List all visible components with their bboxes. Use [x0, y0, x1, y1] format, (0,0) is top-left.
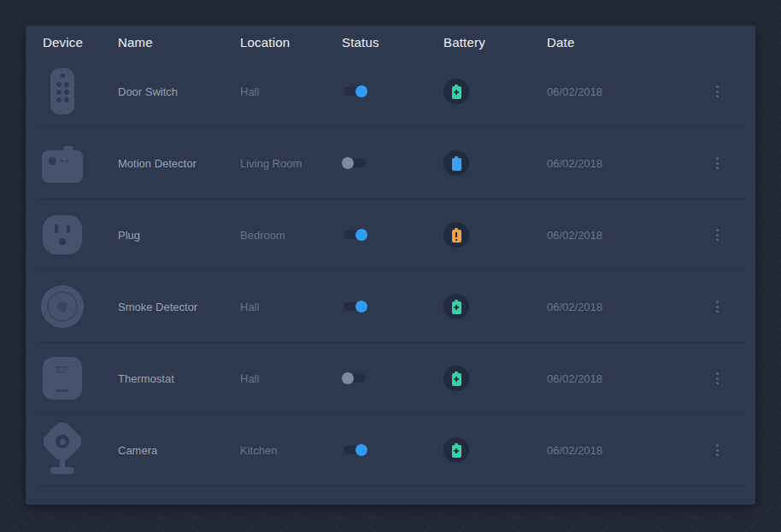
- row-menu-button[interactable]: [711, 153, 724, 173]
- column-header-device: Device: [43, 34, 83, 49]
- kebab-icon: [716, 85, 719, 88]
- table-header: Device Name Location Status Battery Date: [26, 26, 755, 56]
- kebab-icon: [716, 444, 719, 447]
- kebab-icon: [716, 301, 719, 303]
- battery-badge: [443, 294, 469, 319]
- device-location: Hall: [240, 301, 259, 313]
- device-location: Hall: [240, 372, 259, 385]
- plug-icon: [43, 215, 82, 254]
- toggle-knob: [355, 444, 367, 456]
- row-menu-button[interactable]: [711, 440, 724, 460]
- thermostat-icon: 32°: [43, 357, 82, 400]
- battery-charging-icon: [452, 85, 461, 99]
- column-header-status: Status: [342, 34, 379, 49]
- battery-badge: [443, 79, 469, 104]
- row-menu-button[interactable]: [711, 296, 724, 317]
- kebab-icon: [716, 229, 719, 231]
- status-toggle[interactable]: [344, 159, 366, 167]
- device-date: 06/02/2018: [547, 301, 602, 313]
- toggle-knob: [355, 301, 367, 313]
- camera-icon: [38, 424, 86, 476]
- kebab-icon: [716, 372, 719, 375]
- status-toggle[interactable]: [344, 446, 366, 454]
- battery-badge: [443, 222, 469, 248]
- table-row: Motion Detector Living Room 06/02/2018: [26, 127, 755, 199]
- device-location: Kitchen: [240, 444, 277, 457]
- motion-detector-icon: [42, 150, 83, 183]
- device-name: Thermostat: [118, 372, 174, 385]
- battery-charging-icon: [452, 300, 461, 314]
- toggle-knob: [355, 229, 367, 241]
- column-header-date: Date: [547, 34, 575, 49]
- table-row: Smoke Detector Hall 06/02/2018: [26, 271, 755, 342]
- device-name: Camera: [118, 444, 157, 457]
- status-toggle[interactable]: [344, 374, 366, 383]
- row-menu-button[interactable]: [711, 368, 724, 389]
- door-switch-icon: [50, 68, 74, 114]
- device-table-panel: Device Name Location Status Battery Date…: [26, 26, 755, 505]
- column-header-battery: Battery: [443, 34, 485, 49]
- device-name: Door Switch: [118, 85, 178, 98]
- toggle-knob: [342, 157, 354, 169]
- column-header-location: Location: [240, 34, 290, 49]
- device-location: Hall: [240, 85, 259, 98]
- battery-alert-icon: [452, 228, 461, 243]
- device-location: Bedroom: [240, 229, 285, 242]
- table-row: Plug Bedroom 06/02/2018: [26, 199, 755, 271]
- toggle-knob: [342, 372, 354, 384]
- battery-badge: [443, 365, 469, 391]
- device-name: Plug: [118, 229, 140, 242]
- smoke-detector-icon: [41, 285, 84, 328]
- device-date: 06/02/2018: [547, 372, 602, 385]
- table-row: Door Switch Hall 06/02/2018: [26, 56, 755, 127]
- row-menu-button[interactable]: [711, 81, 724, 102]
- device-date: 06/02/2018: [547, 157, 602, 170]
- status-toggle[interactable]: [344, 302, 366, 311]
- battery-badge: [443, 437, 469, 463]
- device-name: Motion Detector: [118, 157, 197, 170]
- kebab-icon: [716, 157, 719, 160]
- battery-charging-icon: [452, 443, 461, 458]
- table-row: Camera Kitchen 06/02/2018: [26, 414, 755, 486]
- row-menu-button[interactable]: [711, 225, 724, 245]
- battery-charging-icon: [452, 371, 461, 386]
- device-date: 06/02/2018: [547, 85, 602, 98]
- device-date: 06/02/2018: [547, 229, 602, 242]
- battery-full-icon: [452, 156, 461, 171]
- table-row: 32° Thermostat Hall 06/02/2018: [26, 342, 755, 414]
- battery-badge: [443, 150, 469, 176]
- column-header-name: Name: [118, 34, 153, 49]
- device-name: Smoke Detector: [118, 301, 197, 313]
- status-toggle[interactable]: [344, 231, 366, 239]
- status-toggle[interactable]: [344, 87, 366, 96]
- device-location: Living Room: [240, 157, 302, 170]
- device-date: 06/02/2018: [547, 444, 602, 457]
- thermostat-temp-label: 32°: [43, 365, 82, 375]
- toggle-knob: [355, 85, 367, 97]
